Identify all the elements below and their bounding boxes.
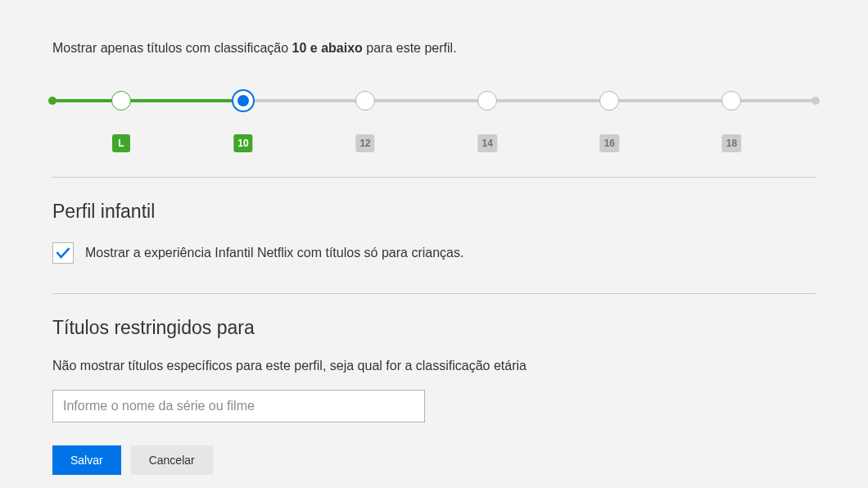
slider-label-12: 12	[355, 134, 374, 152]
slider-node-12[interactable]	[355, 91, 375, 111]
slider-node-16[interactable]	[599, 91, 619, 111]
restricted-section-title: Títulos restringidos para	[52, 317, 816, 339]
slider-label-10: 10	[233, 134, 252, 152]
cancel-button[interactable]: Cancelar	[131, 445, 213, 475]
kids-section-title: Perfil infantil	[52, 201, 816, 223]
check-icon	[55, 245, 71, 261]
save-button[interactable]: Salvar	[52, 445, 121, 475]
intro-suffix: para este perfil.	[363, 41, 457, 55]
slider-label-18: 18	[722, 134, 741, 152]
maturity-intro: Mostrar apenas títulos com classificação…	[52, 41, 816, 56]
intro-prefix: Mostrar apenas títulos com classificação	[52, 41, 292, 55]
kids-checkbox-label: Mostrar a experiência Infantil Netflix c…	[85, 246, 463, 260]
slider-label-16: 16	[600, 134, 619, 152]
slider-label-L: L	[112, 134, 130, 152]
divider	[52, 177, 816, 178]
divider	[52, 293, 816, 294]
restricted-title-input[interactable]	[52, 390, 425, 422]
kids-checkbox[interactable]	[52, 242, 74, 264]
slider-node-14[interactable]	[477, 91, 497, 111]
slider-node-L[interactable]	[111, 91, 131, 111]
intro-bold: 10 e abaixo	[292, 41, 363, 55]
maturity-slider[interactable]	[52, 88, 816, 113]
restricted-section-subtitle: Não mostrar títulos específicos para est…	[52, 359, 816, 373]
slider-node-18[interactable]	[721, 91, 741, 111]
slider-node-10[interactable]	[232, 89, 255, 112]
slider-label-14: 14	[478, 134, 497, 152]
